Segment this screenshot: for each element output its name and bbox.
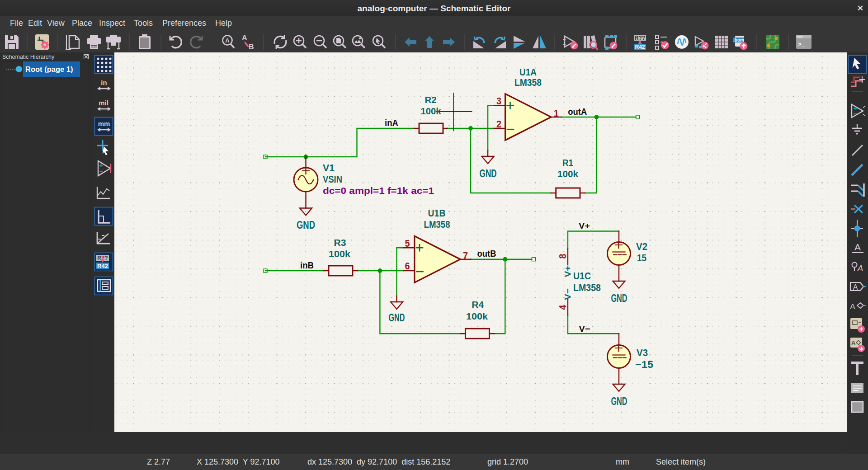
svg-text:−15: −15 xyxy=(635,359,653,370)
svg-text:4: 4 xyxy=(557,305,568,310)
svg-text:100k: 100k xyxy=(557,169,578,179)
svg-text:mm: mm xyxy=(98,120,110,127)
svg-text:>_: >_ xyxy=(798,41,805,48)
svg-text:GND: GND xyxy=(389,312,405,324)
svg-text:outB: outB xyxy=(477,248,496,258)
svg-text:.bom: .bom xyxy=(733,38,744,42)
svg-text:A: A xyxy=(851,339,856,346)
svg-text:VSIN: VSIN xyxy=(323,174,342,185)
svg-text:A: A xyxy=(854,242,861,252)
svg-text:7: 7 xyxy=(463,250,468,261)
svg-text:V1: V1 xyxy=(323,162,335,174)
svg-text:V−: V− xyxy=(579,324,590,334)
svg-text:15: 15 xyxy=(637,252,646,263)
svg-text:V+: V+ xyxy=(563,266,572,277)
svg-text:mil: mil xyxy=(99,99,108,107)
svg-text:inB: inB xyxy=(300,260,314,270)
svg-text:GND: GND xyxy=(297,219,315,231)
svg-text:GND: GND xyxy=(480,168,497,179)
svg-text:LM358: LM358 xyxy=(424,219,450,230)
svg-text:R??: R?? xyxy=(635,35,645,41)
svg-text:V−: V− xyxy=(563,288,572,300)
svg-text:R1: R1 xyxy=(562,157,573,168)
svg-text:GND: GND xyxy=(611,395,627,407)
svg-text:5: 5 xyxy=(405,238,410,249)
svg-text:R4: R4 xyxy=(472,299,484,310)
svg-text:8: 8 xyxy=(557,254,568,259)
svg-text:LM358: LM358 xyxy=(573,282,601,293)
svg-text:A: A xyxy=(857,263,863,273)
svg-text:U1C: U1C xyxy=(573,270,591,282)
svg-text:GND: GND xyxy=(611,292,627,304)
svg-text:A: A xyxy=(850,302,855,311)
svg-text:R42: R42 xyxy=(97,263,108,269)
svg-text:R3: R3 xyxy=(334,237,346,248)
svg-text:B: B xyxy=(249,43,254,51)
svg-text:A: A xyxy=(225,37,230,44)
svg-text:A: A xyxy=(242,34,247,42)
svg-text:R2: R2 xyxy=(425,94,437,105)
svg-text:3: 3 xyxy=(496,95,501,107)
svg-text:V2: V2 xyxy=(636,241,647,252)
svg-text:100k: 100k xyxy=(466,311,488,321)
svg-text:LM358: LM358 xyxy=(514,77,542,88)
svg-text:6: 6 xyxy=(405,260,410,272)
svg-text:100k: 100k xyxy=(329,249,350,259)
svg-text:R42: R42 xyxy=(635,44,645,50)
svg-text:2: 2 xyxy=(496,118,501,130)
svg-text:V+: V+ xyxy=(579,221,590,230)
svg-text:U1B: U1B xyxy=(428,207,446,219)
svg-text:in: in xyxy=(101,79,107,86)
svg-text:U1A: U1A xyxy=(519,66,537,78)
svg-text:dc=0 ampl=1 f=1k ac=1: dc=0 ampl=1 f=1k ac=1 xyxy=(323,185,434,196)
svg-text:100k: 100k xyxy=(421,106,441,116)
svg-text:1: 1 xyxy=(554,108,559,119)
svg-text:inA: inA xyxy=(385,118,398,128)
svg-text:V3: V3 xyxy=(637,347,648,358)
svg-text:A: A xyxy=(853,283,858,291)
svg-text:outA: outA xyxy=(568,106,587,117)
